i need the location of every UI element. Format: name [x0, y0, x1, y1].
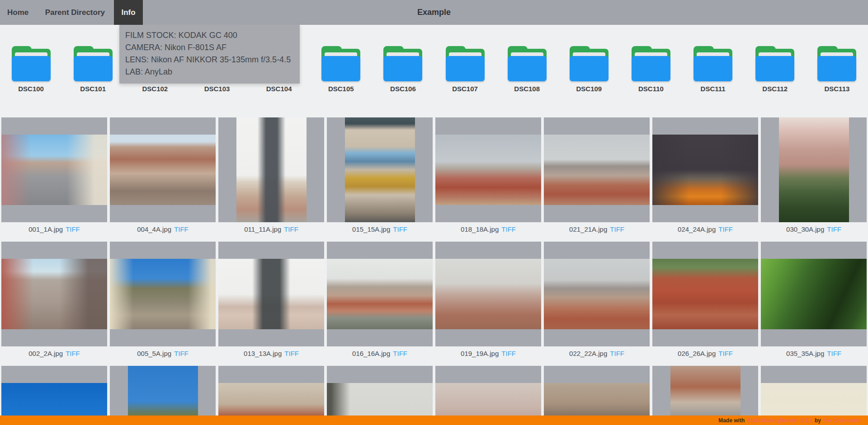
tiff-link[interactable]: TIFF — [393, 350, 407, 357]
photo-thumbnail[interactable] — [544, 259, 650, 329]
photo-thumbnail[interactable] — [1, 259, 107, 329]
folder-item[interactable]: DSC109 — [558, 46, 620, 117]
photo-caption: 004_4A.jpgTIFF — [110, 222, 216, 242]
folder-icon-part — [817, 56, 856, 81]
tiff-link[interactable]: TIFF — [66, 225, 80, 233]
photo-thumbnail[interactable] — [652, 259, 758, 329]
tiff-link[interactable]: TIFF — [284, 225, 298, 233]
folder-item[interactable]: DSC105 — [310, 46, 372, 117]
photo-thumbnail[interactable] — [435, 259, 541, 329]
folder-icon — [446, 46, 485, 81]
tiff-link[interactable]: TIFF — [718, 350, 733, 357]
tiff-link[interactable]: TIFF — [718, 225, 733, 233]
folder-icon — [383, 46, 422, 81]
footer-author-link[interactable]: Flo Greistorfer. — [823, 417, 862, 424]
photo-thumbnail[interactable] — [779, 117, 849, 222]
folder-label: DSC110 — [638, 85, 664, 93]
photo-filename: 005_5A.jpg — [137, 350, 171, 357]
folder-label: DSC106 — [390, 85, 416, 93]
folder-item[interactable]: DSC108 — [496, 46, 558, 117]
gallery-cell: 019_19A.jpgTIFF — [434, 242, 542, 366]
top-nav: Home Parent Directory Info Example — [0, 0, 868, 25]
footer-builder-link[interactable]: StaticGalleryBuilder 2.3.1 — [747, 417, 812, 424]
gallery-cell: 018_18A.jpgTIFF — [434, 117, 542, 242]
nav-item-info[interactable]: Info — [114, 0, 142, 25]
folder-icon-part — [446, 56, 485, 81]
tiff-link[interactable]: TIFF — [174, 225, 189, 233]
folder-icon — [632, 46, 670, 81]
folder-label: DSC108 — [514, 85, 540, 93]
photo-filename: 018_18A.jpg — [461, 225, 499, 233]
photo-caption: 021_21A.jpgTIFF — [544, 222, 650, 242]
gallery-cell: 016_16A.jpgTIFF — [326, 242, 434, 366]
tiff-link[interactable]: TIFF — [610, 225, 624, 233]
footer-by-text: by — [815, 417, 821, 424]
folder-icon-part — [508, 56, 547, 81]
tiff-link[interactable]: TIFF — [393, 225, 407, 233]
gallery-cell: 001_1A.jpgTIFF — [0, 117, 108, 242]
photo-filename: 001_1A.jpg — [28, 225, 63, 233]
info-dropdown-panel: FILM STOCK: KODAK GC 400CAMERA: Nikon F-… — [119, 25, 300, 84]
thumbnail-frame — [544, 242, 650, 346]
folder-item[interactable]: DSC106 — [372, 46, 434, 117]
tiff-link[interactable]: TIFF — [610, 350, 624, 357]
gallery-page: Home Parent Directory Info Example FILM … — [0, 0, 868, 425]
folder-item[interactable]: DSC100 — [0, 46, 62, 117]
folder-label: DSC103 — [204, 85, 230, 93]
folder-item[interactable]: DSC112 — [744, 46, 806, 117]
thumbnail-frame — [327, 117, 433, 222]
page-title: Example — [417, 0, 451, 25]
folder-item[interactable]: DSC111 — [682, 46, 744, 117]
tiff-link[interactable]: TIFF — [501, 350, 516, 357]
folder-label: DSC105 — [328, 85, 354, 93]
tiff-link[interactable]: TIFF — [284, 350, 299, 357]
info-line: LENS: Nikon AF NIKKOR 35-135mm f/3.5-4.5 — [125, 54, 300, 66]
gallery-cell: 022_22A.jpgTIFF — [542, 242, 651, 366]
photo-caption: 016_16A.jpgTIFF — [327, 346, 433, 366]
thumbnail-frame — [435, 117, 541, 222]
folder-item[interactable]: DSC110 — [620, 46, 682, 117]
photo-filename: 026_26A.jpg — [678, 350, 716, 357]
tiff-link[interactable]: TIFF — [66, 350, 80, 357]
folder-item[interactable]: DSC113 — [806, 46, 868, 117]
folder-label: DSC102 — [142, 85, 168, 93]
tiff-link[interactable]: TIFF — [827, 350, 841, 357]
photo-filename: 002_2A.jpg — [28, 350, 63, 357]
folder-item[interactable]: DSC107 — [434, 46, 496, 117]
folder-label: DSC101 — [80, 85, 106, 93]
tiff-link[interactable]: TIFF — [501, 225, 516, 233]
photo-caption: 005_5A.jpgTIFF — [110, 346, 216, 366]
photo-thumbnail[interactable] — [236, 117, 307, 222]
photo-thumbnail[interactable] — [110, 259, 216, 329]
photo-thumbnail[interactable] — [327, 259, 433, 329]
photo-thumbnail[interactable] — [1, 135, 107, 205]
photo-thumbnail[interactable] — [761, 259, 867, 329]
gallery-cell: 002_2A.jpgTIFF — [0, 242, 108, 366]
nav-item-parent-directory[interactable]: Parent Directory — [38, 0, 112, 25]
photo-thumbnail[interactable] — [652, 135, 758, 205]
folder-icon — [755, 46, 794, 81]
folder-icon-part — [74, 56, 113, 81]
photo-caption: 030_30A.jpgTIFF — [761, 222, 867, 242]
photo-caption: 035_35A.jpgTIFF — [761, 346, 867, 366]
tiff-link[interactable]: TIFF — [827, 225, 841, 233]
photo-thumbnail[interactable] — [110, 135, 216, 205]
photo-thumbnail[interactable] — [218, 259, 324, 329]
nav-item-home[interactable]: Home — [0, 0, 36, 25]
folder-icon — [508, 46, 547, 81]
folder-item[interactable]: DSC101 — [62, 46, 124, 117]
photo-thumbnail[interactable] — [435, 135, 541, 205]
photo-thumbnail[interactable] — [544, 135, 650, 205]
folder-icon-part — [755, 56, 794, 81]
gallery-cell: 004_4A.jpgTIFF — [108, 117, 217, 242]
photo-caption: 026_26A.jpgTIFF — [652, 346, 758, 366]
photo-thumbnail[interactable] — [345, 117, 415, 222]
folder-label: DSC104 — [266, 85, 292, 93]
tiff-link[interactable]: TIFF — [174, 350, 189, 357]
photo-filename: 016_16A.jpg — [352, 350, 390, 357]
folder-icon-part — [383, 56, 422, 81]
gallery-cell: 015_15A.jpgTIFF — [326, 117, 434, 242]
folder-icon-part — [693, 56, 732, 81]
photo-filename: 015_15A.jpg — [352, 225, 390, 233]
footer-made-with-text: Made with — [718, 417, 745, 424]
